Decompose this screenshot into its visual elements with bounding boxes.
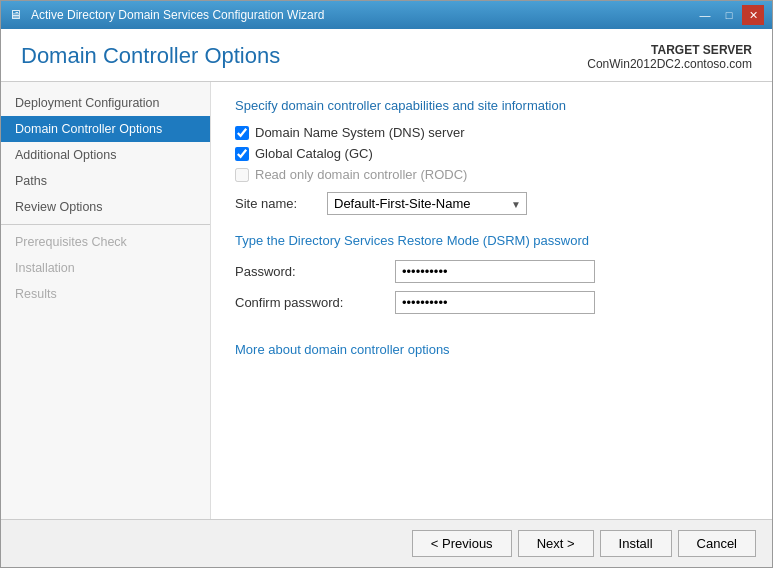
title-bar-left: 🖥 Active Directory Domain Services Confi… — [9, 7, 324, 23]
sidebar-item-deployment-configuration[interactable]: Deployment Configuration — [1, 90, 210, 116]
more-link-area: More about domain controller options — [235, 322, 748, 357]
confirm-password-row: Confirm password: — [235, 291, 748, 314]
sidebar-item-domain-controller-options[interactable]: Domain Controller Options — [1, 116, 210, 142]
next-button[interactable]: Next > — [518, 530, 594, 557]
sidebar-item-additional-options[interactable]: Additional Options — [1, 142, 210, 168]
content-area: Deployment Configuration Domain Controll… — [1, 82, 772, 519]
window-title: Active Directory Domain Services Configu… — [31, 8, 324, 22]
dns-checkbox-label: Domain Name System (DNS) server — [255, 125, 465, 140]
install-button[interactable]: Install — [600, 530, 672, 557]
confirm-password-label: Confirm password: — [235, 295, 395, 310]
dns-checkbox-row: Domain Name System (DNS) server — [235, 125, 748, 140]
minimize-button[interactable]: — — [694, 5, 716, 25]
title-bar-controls: — □ ✕ — [694, 5, 764, 25]
password-section-title: Type the Directory Services Restore Mode… — [235, 233, 748, 248]
maximize-button[interactable]: □ — [718, 5, 740, 25]
site-name-select-wrapper: Default-First-Site-Name — [327, 192, 527, 215]
site-name-label: Site name: — [235, 196, 315, 211]
footer: < Previous Next > Install Cancel — [1, 519, 772, 567]
gc-checkbox-label: Global Catalog (GC) — [255, 146, 373, 161]
dns-checkbox[interactable] — [235, 126, 249, 140]
site-name-row: Site name: Default-First-Site-Name — [235, 192, 748, 215]
rodc-checkbox[interactable] — [235, 168, 249, 182]
title-bar: 🖥 Active Directory Domain Services Confi… — [1, 1, 772, 29]
rodc-checkbox-row: Read only domain controller (RODC) — [235, 167, 748, 182]
sidebar-item-prerequisites-check: Prerequisites Check — [1, 229, 210, 255]
sidebar-item-installation: Installation — [1, 255, 210, 281]
gc-checkbox-row: Global Catalog (GC) — [235, 146, 748, 161]
sidebar: Deployment Configuration Domain Controll… — [1, 82, 211, 519]
sidebar-separator — [1, 224, 210, 225]
target-server-label: TARGET SERVER — [587, 43, 752, 57]
confirm-password-input[interactable] — [395, 291, 595, 314]
site-name-select[interactable]: Default-First-Site-Name — [327, 192, 527, 215]
sidebar-item-paths[interactable]: Paths — [1, 168, 210, 194]
target-server-name: ConWin2012DC2.contoso.com — [587, 57, 752, 71]
password-input[interactable] — [395, 260, 595, 283]
previous-button[interactable]: < Previous — [412, 530, 512, 557]
sidebar-item-review-options[interactable]: Review Options — [1, 194, 210, 220]
more-about-link[interactable]: More about domain controller options — [235, 342, 450, 357]
main-window: 🖥 Active Directory Domain Services Confi… — [0, 0, 773, 568]
rodc-checkbox-label: Read only domain controller (RODC) — [255, 167, 467, 182]
page-title: Domain Controller Options — [21, 43, 280, 69]
header: Domain Controller Options TARGET SERVER … — [1, 29, 772, 82]
main-content: Specify domain controller capabilities a… — [211, 82, 772, 519]
capabilities-section-title: Specify domain controller capabilities a… — [235, 98, 748, 113]
close-button[interactable]: ✕ — [742, 5, 764, 25]
gc-checkbox[interactable] — [235, 147, 249, 161]
password-label: Password: — [235, 264, 395, 279]
target-server-info: TARGET SERVER ConWin2012DC2.contoso.com — [587, 43, 752, 71]
window-icon: 🖥 — [9, 7, 25, 23]
password-row: Password: — [235, 260, 748, 283]
cancel-button[interactable]: Cancel — [678, 530, 756, 557]
sidebar-item-results: Results — [1, 281, 210, 307]
